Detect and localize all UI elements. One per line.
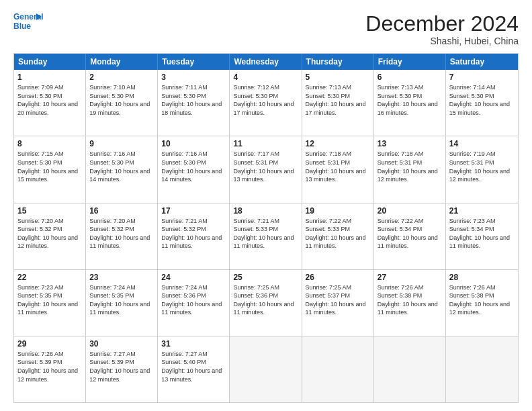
cell-info: Sunrise: 7:20 AMSunset: 5:32 PMDaylight:… [89,217,154,250]
cell-info: Sunrise: 7:12 AMSunset: 5:30 PMDaylight:… [233,83,298,117]
calendar: SundayMondayTuesdayWednesdayThursdayFrid… [13,53,519,403]
calendar-cell: 28Sunrise: 7:26 AMSunset: 5:38 PMDayligh… [446,270,518,336]
calendar-cell: 24Sunrise: 7:24 AMSunset: 5:36 PMDayligh… [158,270,230,336]
calendar-cell: 22Sunrise: 7:23 AMSunset: 5:35 PMDayligh… [14,270,86,336]
day-number: 16 [89,206,154,216]
header-cell-thursday: Thursday [302,54,374,70]
cell-info: Sunrise: 7:23 AMSunset: 5:34 PMDaylight:… [449,217,515,250]
calendar-cell: 19Sunrise: 7:22 AMSunset: 5:33 PMDayligh… [302,203,374,269]
cell-info: Sunrise: 7:25 AMSunset: 5:37 PMDaylight:… [306,283,370,317]
calendar-cell [446,336,518,402]
day-number: 8 [17,139,82,148]
cell-info: Sunrise: 7:22 AMSunset: 5:33 PMDaylight:… [306,217,370,250]
cell-info: Sunrise: 7:09 AMSunset: 5:30 PMDaylight:… [17,83,82,117]
cell-info: Sunrise: 7:10 AMSunset: 5:30 PMDaylight:… [89,83,154,117]
cell-info: Sunrise: 7:22 AMSunset: 5:34 PMDaylight:… [378,217,442,250]
cell-info: Sunrise: 7:13 AMSunset: 5:30 PMDaylight:… [306,83,370,117]
cell-info: Sunrise: 7:27 AMSunset: 5:39 PMDaylight:… [89,350,154,383]
calendar-cell: 18Sunrise: 7:21 AMSunset: 5:33 PMDayligh… [230,203,302,269]
title-block: December 2024 Shashi, Hubei, China [365,12,519,46]
calendar-cell: 3Sunrise: 7:11 AMSunset: 5:30 PMDaylight… [158,70,230,136]
cell-info: Sunrise: 7:26 AMSunset: 5:38 PMDaylight:… [378,283,442,317]
calendar-header: SundayMondayTuesdayWednesdayThursdayFrid… [14,54,518,70]
calendar-cell: 31Sunrise: 7:27 AMSunset: 5:40 PMDayligh… [158,336,230,402]
calendar-cell [374,336,446,402]
cell-info: Sunrise: 7:15 AMSunset: 5:30 PMDaylight:… [17,150,82,183]
calendar-cell: 20Sunrise: 7:22 AMSunset: 5:34 PMDayligh… [374,203,446,269]
day-number: 12 [306,139,370,148]
cell-info: Sunrise: 7:13 AMSunset: 5:30 PMDaylight:… [378,83,442,117]
day-number: 2 [89,73,154,82]
day-number: 14 [449,139,515,148]
logo-text: GeneralBlue [13,12,36,32]
calendar-cell: 14Sunrise: 7:19 AMSunset: 5:31 PMDayligh… [446,136,518,202]
logo: GeneralBlue [13,12,36,31]
day-number: 28 [449,273,515,282]
calendar-cell: 30Sunrise: 7:27 AMSunset: 5:39 PMDayligh… [86,336,158,402]
cell-info: Sunrise: 7:21 AMSunset: 5:33 PMDaylight:… [233,217,298,250]
cell-info: Sunrise: 7:17 AMSunset: 5:31 PMDaylight:… [233,150,298,183]
calendar-cell: 15Sunrise: 7:20 AMSunset: 5:32 PMDayligh… [14,203,86,269]
calendar-cell [302,336,374,402]
calendar-cell: 4Sunrise: 7:12 AMSunset: 5:30 PMDaylight… [230,70,302,136]
calendar-cell: 7Sunrise: 7:14 AMSunset: 5:30 PMDaylight… [446,70,518,136]
calendar-cell: 11Sunrise: 7:17 AMSunset: 5:31 PMDayligh… [230,136,302,202]
day-number: 24 [161,273,226,282]
calendar-cell: 2Sunrise: 7:10 AMSunset: 5:30 PMDaylight… [86,70,158,136]
calendar-page: GeneralBlue December 2024 Shashi, Hubei,… [0,0,532,411]
cell-info: Sunrise: 7:16 AMSunset: 5:30 PMDaylight:… [161,150,226,183]
calendar-cell: 29Sunrise: 7:26 AMSunset: 5:39 PMDayligh… [14,336,86,402]
calendar-cell: 17Sunrise: 7:21 AMSunset: 5:32 PMDayligh… [158,203,230,269]
header-cell-wednesday: Wednesday [230,54,302,70]
cell-info: Sunrise: 7:24 AMSunset: 5:35 PMDaylight:… [89,283,154,317]
calendar-row-2: 8Sunrise: 7:15 AMSunset: 5:30 PMDaylight… [14,136,518,203]
location: Shashi, Hubei, China [365,36,519,46]
cell-info: Sunrise: 7:18 AMSunset: 5:31 PMDaylight:… [378,150,442,183]
cell-info: Sunrise: 7:14 AMSunset: 5:30 PMDaylight:… [449,83,515,117]
calendar-row-4: 22Sunrise: 7:23 AMSunset: 5:35 PMDayligh… [14,270,518,336]
cell-info: Sunrise: 7:26 AMSunset: 5:39 PMDaylight:… [17,350,82,383]
calendar-row-5: 29Sunrise: 7:26 AMSunset: 5:39 PMDayligh… [14,336,518,402]
day-number: 26 [306,273,370,282]
header-cell-tuesday: Tuesday [158,54,230,70]
logo-arrow [36,13,42,20]
page-header: GeneralBlue December 2024 Shashi, Hubei,… [13,12,519,46]
day-number: 30 [89,339,154,349]
cell-info: Sunrise: 7:11 AMSunset: 5:30 PMDaylight:… [161,83,226,117]
day-number: 9 [89,139,154,148]
day-number: 25 [233,273,298,282]
calendar-body: 1Sunrise: 7:09 AMSunset: 5:30 PMDaylight… [14,70,518,402]
day-number: 29 [17,339,82,349]
day-number: 23 [89,273,154,282]
cell-info: Sunrise: 7:24 AMSunset: 5:36 PMDaylight:… [161,283,226,317]
calendar-row-1: 1Sunrise: 7:09 AMSunset: 5:30 PMDaylight… [14,70,518,136]
day-number: 3 [161,73,226,82]
cell-info: Sunrise: 7:20 AMSunset: 5:32 PMDaylight:… [17,217,82,250]
cell-info: Sunrise: 7:19 AMSunset: 5:31 PMDaylight:… [449,150,515,183]
cell-info: Sunrise: 7:18 AMSunset: 5:31 PMDaylight:… [306,150,370,183]
calendar-cell: 27Sunrise: 7:26 AMSunset: 5:38 PMDayligh… [374,270,446,336]
cell-info: Sunrise: 7:25 AMSunset: 5:36 PMDaylight:… [233,283,298,317]
day-number: 13 [378,139,442,148]
calendar-cell: 16Sunrise: 7:20 AMSunset: 5:32 PMDayligh… [86,203,158,269]
day-number: 1 [17,73,82,82]
calendar-cell: 8Sunrise: 7:15 AMSunset: 5:30 PMDaylight… [14,136,86,202]
cell-info: Sunrise: 7:21 AMSunset: 5:32 PMDaylight:… [161,217,226,250]
calendar-cell [230,336,302,402]
day-number: 4 [233,73,298,82]
cell-info: Sunrise: 7:23 AMSunset: 5:35 PMDaylight:… [17,283,82,317]
cell-info: Sunrise: 7:16 AMSunset: 5:30 PMDaylight:… [89,150,154,183]
cell-info: Sunrise: 7:26 AMSunset: 5:38 PMDaylight:… [449,283,515,317]
calendar-cell: 10Sunrise: 7:16 AMSunset: 5:30 PMDayligh… [158,136,230,202]
logo-graphic: GeneralBlue [13,12,36,31]
calendar-cell: 1Sunrise: 7:09 AMSunset: 5:30 PMDaylight… [14,70,86,136]
calendar-cell: 26Sunrise: 7:25 AMSunset: 5:37 PMDayligh… [302,270,374,336]
day-number: 17 [161,206,226,216]
day-number: 5 [306,73,370,82]
day-number: 7 [449,73,515,82]
day-number: 31 [161,339,226,349]
logo-container: GeneralBlue [13,12,36,31]
header-cell-friday: Friday [374,54,446,70]
header-cell-monday: Monday [86,54,158,70]
day-number: 15 [17,206,82,216]
